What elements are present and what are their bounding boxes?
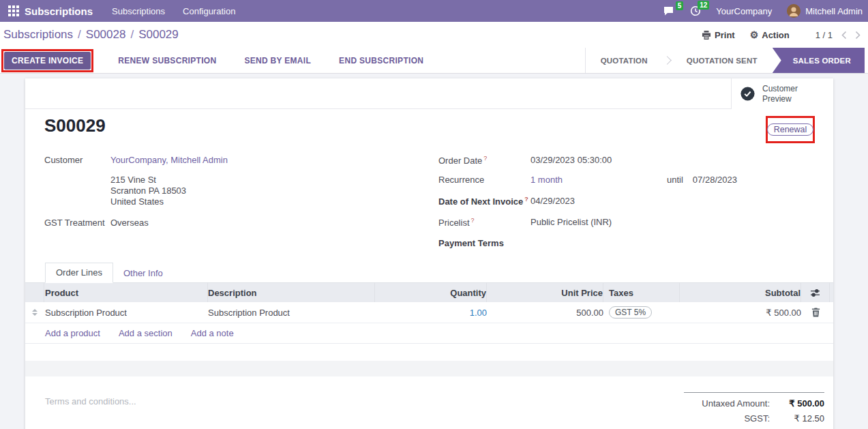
add-a-note-link[interactable]: Add a note xyxy=(191,328,234,338)
gst-treatment-value[interactable]: Overseas xyxy=(110,218,149,229)
empty-row-stripe xyxy=(25,361,833,376)
sgst-label: SGST: xyxy=(744,413,770,424)
header-taxes: Taxes xyxy=(603,283,680,302)
apps-grid-icon[interactable] xyxy=(8,5,19,16)
user-name: Mitchell Admin xyxy=(805,6,863,16)
gst-treatment-label: GST Treatment xyxy=(44,218,110,229)
add-links-row: Add a product Add a section Add a note xyxy=(25,323,833,344)
until-value[interactable]: 07/28/2023 xyxy=(693,175,737,185)
delete-row-icon[interactable] xyxy=(801,308,830,317)
field-customer: Customer YourCompany, Mitchell Admin xyxy=(44,155,399,166)
notebook-tabs: Order Lines Other Info xyxy=(25,263,833,283)
drag-handle-icon[interactable] xyxy=(25,309,44,316)
cell-description[interactable]: Subscription Product xyxy=(208,308,375,318)
add-a-section-link[interactable]: Add a section xyxy=(119,328,173,338)
messages-badge: 5 xyxy=(676,1,684,10)
field-until: until 07/28/2023 xyxy=(667,175,737,185)
table-row: Subscription Product Subscription Produc… xyxy=(25,302,833,323)
field-group-right: Order Date? 03/29/2023 05:30:00 Recurren… xyxy=(438,155,820,258)
stage-sales-order[interactable]: SALES ORDER xyxy=(773,48,865,73)
messages-button[interactable]: 5 xyxy=(663,6,675,16)
menu-configuration[interactable]: Configuration xyxy=(183,6,235,16)
print-label: Print xyxy=(715,30,735,40)
annotation-box-create-invoice: CREATE INVOICE xyxy=(1,49,93,72)
cell-subtotal: ₹ 500.00 xyxy=(680,308,801,318)
untaxed-amount-label: Untaxed Amount: xyxy=(702,398,770,409)
activities-badge: 12 xyxy=(698,1,709,10)
until-label: until xyxy=(667,175,683,185)
field-pricelist: Pricelist? Public Pricelist (INR) xyxy=(438,217,820,228)
header-quantity: Quantity xyxy=(375,283,487,302)
customer-address-line: 215 Vine St xyxy=(110,175,399,186)
create-invoice-button[interactable]: CREATE INVOICE xyxy=(4,52,91,70)
top-menu: Subscriptions Configuration xyxy=(112,6,235,16)
systray: 5 12 YourCompany Mitchell Admin xyxy=(663,4,863,18)
tab-order-lines[interactable]: Order Lines xyxy=(45,263,113,283)
company-switcher[interactable]: YourCompany xyxy=(716,6,772,16)
next-invoice-label: Date of Next Invoice xyxy=(438,196,523,207)
customer-address-line: United States xyxy=(110,196,399,207)
button-box: Customer Preview xyxy=(25,78,833,109)
customer-label: Customer xyxy=(44,155,110,166)
sgst-value: ₹ 12.50 xyxy=(770,413,824,424)
cell-quantity[interactable]: 1.00 xyxy=(375,308,487,318)
pricelist-label: Pricelist xyxy=(438,218,470,228)
recurrence-value[interactable]: 1 month xyxy=(530,175,563,186)
send-by-email-button[interactable]: SEND BY EMAIL xyxy=(244,52,311,70)
customer-value[interactable]: YourCompany, Mitchell Admin xyxy=(110,155,228,166)
control-panel: Subscriptions / S00028 / S00029 Print ⚙ … xyxy=(0,22,868,48)
help-tooltip-icon: ? xyxy=(483,155,487,162)
stage-separator-icon xyxy=(663,56,672,65)
header-description: Description xyxy=(208,283,375,302)
payment-terms-label: Payment Terms xyxy=(438,238,530,250)
breadcrumb-subscriptions[interactable]: Subscriptions xyxy=(3,28,73,42)
annotation-box-renewal: Renewal xyxy=(766,116,815,143)
pager-next-icon[interactable] xyxy=(855,31,861,40)
activities-button[interactable]: 12 xyxy=(690,5,701,16)
help-tooltip-icon: ? xyxy=(524,196,528,203)
recurrence-label: Recurrence xyxy=(438,175,530,186)
next-invoice-value[interactable]: 04/29/2023 xyxy=(530,196,575,207)
tax-badge[interactable]: GST 5% xyxy=(609,306,652,319)
pager-prev-icon[interactable] xyxy=(841,31,847,40)
action-button[interactable]: ⚙ Action xyxy=(750,29,790,40)
end-subscription-button[interactable]: END SUBSCRIPTION xyxy=(339,52,423,70)
stage-pipeline: QUOTATION QUOTATION SENT SALES ORDER xyxy=(585,48,865,73)
optional-columns-icon[interactable] xyxy=(801,283,830,302)
stage-quotation-sent[interactable]: QUOTATION SENT xyxy=(672,48,773,73)
breadcrumb-current: S00029 xyxy=(138,28,179,42)
record-title[interactable]: S00029 xyxy=(44,115,106,136)
pager-count[interactable]: 1 / 1 xyxy=(815,30,833,40)
add-a-product-link[interactable]: Add a product xyxy=(45,328,100,338)
print-button[interactable]: Print xyxy=(702,30,735,40)
customer-address-line: Scranton PA 18503 xyxy=(110,186,399,196)
menu-subscriptions[interactable]: Subscriptions xyxy=(112,6,165,16)
statusbar-buttons: RENEW SUBSCRIPTION SEND BY EMAIL END SUB… xyxy=(118,52,423,70)
breadcrumb-separator: / xyxy=(78,28,81,42)
header-subtotal: Subtotal xyxy=(680,283,801,302)
pricelist-value[interactable]: Public Pricelist (INR) xyxy=(530,217,612,228)
form-view: Customer Preview S00029 Renewal Customer… xyxy=(0,74,868,429)
field-recurrence: Recurrence 1 month until 07/28/2023 xyxy=(438,175,820,186)
stage-quotation[interactable]: QUOTATION xyxy=(586,48,663,73)
tab-other-info[interactable]: Other Info xyxy=(113,264,173,283)
terms-placeholder[interactable]: Terms and conditions... xyxy=(45,396,136,406)
field-order-date: Order Date? 03/29/2023 05:30:00 xyxy=(438,155,820,166)
order-lines-table: Product Description Quantity Unit Price … xyxy=(25,283,833,344)
app-name[interactable]: Subscriptions xyxy=(25,5,93,17)
cell-unit-price[interactable]: 500.00 xyxy=(487,308,603,318)
order-date-label: Order Date xyxy=(438,156,482,166)
customer-preview-icon xyxy=(740,86,755,102)
renewal-badge: Renewal xyxy=(767,123,814,136)
renew-subscription-button[interactable]: RENEW SUBSCRIPTION xyxy=(118,52,216,70)
breadcrumb-s00028[interactable]: S00028 xyxy=(86,28,126,42)
form-sheet: Customer Preview S00029 Renewal Customer… xyxy=(25,78,833,429)
statusbar: CREATE INVOICE RENEW SUBSCRIPTION SEND B… xyxy=(0,48,868,74)
cell-product[interactable]: Subscription Product xyxy=(44,308,208,318)
order-date-value[interactable]: 03/29/2023 05:30:00 xyxy=(530,155,612,166)
user-menu[interactable]: Mitchell Admin xyxy=(787,4,863,18)
customer-preview-button[interactable]: Customer Preview xyxy=(731,78,833,109)
user-avatar xyxy=(787,4,800,18)
field-group-left: Customer YourCompany, Mitchell Admin 215… xyxy=(44,155,399,237)
header-product: Product xyxy=(44,283,208,302)
